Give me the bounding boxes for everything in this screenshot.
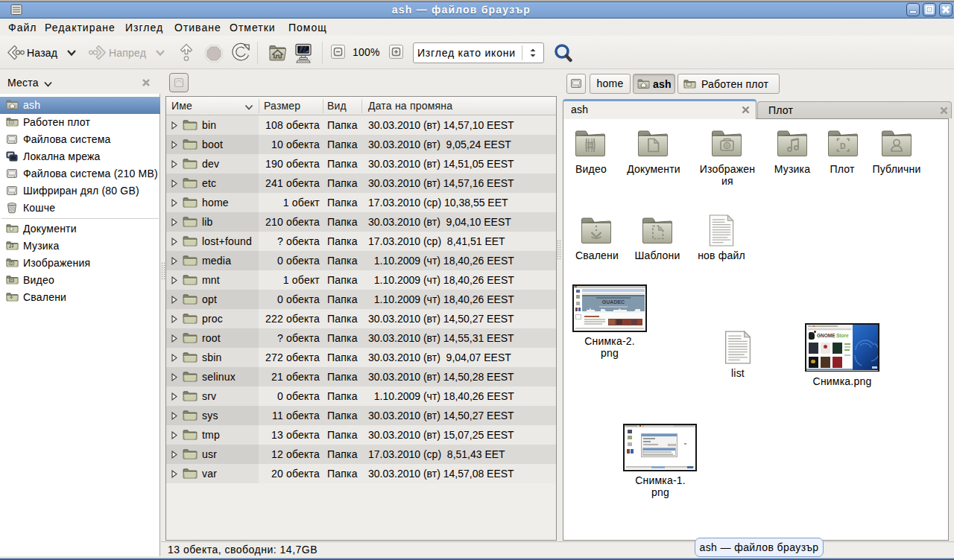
svg-text:D: D xyxy=(840,141,846,150)
